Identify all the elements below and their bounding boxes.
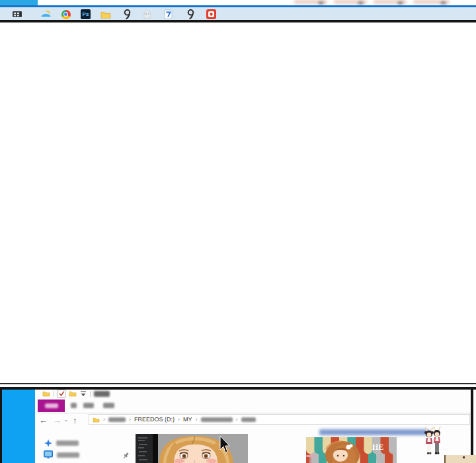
panel-divider-line <box>0 383 476 384</box>
blurred-breadcrumb-segment[interactable] <box>241 417 256 422</box>
blurred-breadcrumb-segment[interactable] <box>108 417 126 422</box>
ribbon-tab-blurred[interactable] <box>103 403 114 408</box>
blurred-blue-text <box>319 429 429 435</box>
blurred-cutoff-thumbnail <box>294 0 327 4</box>
file-explorer-window <box>35 390 471 463</box>
recent-locations-dropdown[interactable]: ⌄ <box>63 415 69 424</box>
folder-glyph <box>100 10 111 19</box>
swirl-app-icon-2[interactable] <box>185 9 196 19</box>
chibi-characters-sticker <box>420 426 444 455</box>
swirl-glyph <box>122 9 132 20</box>
quick-access-toolbar <box>42 390 110 398</box>
folder-icon[interactable] <box>69 390 77 397</box>
mouse-cursor <box>219 435 231 453</box>
breadcrumb-folder[interactable]: MY <box>183 416 192 423</box>
address-bar[interactable]: › › FREEDOS (D:) › MY › › <box>89 414 470 425</box>
breadcrumb-separator: › <box>178 416 180 423</box>
blurred-cutoff-thumbnail <box>374 0 407 4</box>
photoshop-glyph: Ps <box>81 9 91 19</box>
thumbnail-image-1[interactable] <box>136 434 248 463</box>
explorer-window-right-border <box>471 390 473 463</box>
blurred-nav-label <box>56 441 79 446</box>
breadcrumb-separator: › <box>103 416 105 423</box>
thumbnail2-title-text: HE <box>372 442 383 452</box>
photoshop-icon[interactable]: Ps <box>80 9 91 19</box>
blurred-nav-label <box>57 452 79 458</box>
ghost-glyph <box>142 9 153 19</box>
blurred-window-title <box>94 391 110 397</box>
red-app-icon[interactable] <box>206 9 217 19</box>
up-button[interactable]: ↑ <box>73 416 77 425</box>
blurred-tab-label <box>45 403 58 408</box>
breadcrumb-separator: › <box>129 416 131 423</box>
cutoff-image-detail <box>463 456 465 458</box>
breadcrumb-drive[interactable]: FREEDOS (D:) <box>134 416 175 423</box>
document-glyph <box>163 9 173 20</box>
folder-icon[interactable] <box>42 390 50 397</box>
customize-toolbar-dropdown-icon[interactable] <box>80 391 87 397</box>
back-button[interactable]: ← <box>39 416 48 425</box>
screen: Ps <box>0 0 476 463</box>
ribbon-tab-blurred[interactable] <box>83 403 94 408</box>
red-app-glyph <box>206 9 216 19</box>
folder-icon <box>93 417 100 423</box>
blurred-breadcrumb-segment[interactable] <box>201 417 233 422</box>
blurred-cutoff-thumbnail <box>413 0 450 4</box>
quick-access-star-icon <box>44 439 52 447</box>
thumbnail-image-2[interactable]: HE <box>306 437 397 463</box>
desktop-icon <box>44 450 53 459</box>
breadcrumb-separator: › <box>196 416 198 423</box>
ribbon-underline <box>35 413 471 413</box>
film-app-icon[interactable] <box>11 9 22 19</box>
taskbar-bottom-border <box>0 20 476 22</box>
toolbar-separator <box>54 391 54 397</box>
ghost-app-icon[interactable] <box>141 9 153 19</box>
swirl-app-icon[interactable] <box>122 9 133 19</box>
folder-icon[interactable] <box>100 9 111 19</box>
blurred-cutoff-thumbnail <box>334 0 367 4</box>
pin-icon[interactable] <box>122 452 130 460</box>
forward-button[interactable]: → <box>53 416 61 425</box>
chrome-glyph <box>61 10 71 19</box>
swirl-glyph <box>186 9 196 20</box>
toolbar-separator <box>90 391 91 397</box>
nav-item-quick-access[interactable] <box>44 439 79 447</box>
breadcrumb-separator: › <box>236 416 238 423</box>
chrome-browser-icon[interactable] <box>60 9 71 19</box>
ribbon-tab-blurred[interactable] <box>71 403 77 408</box>
cloud-app-icon[interactable] <box>40 9 52 19</box>
blue-side-panel <box>0 390 35 463</box>
blue-document-app-icon[interactable] <box>163 9 174 19</box>
cutoff-image-corner <box>444 455 476 463</box>
film-glyph <box>12 9 22 19</box>
cloud-glyph <box>40 10 52 19</box>
ribbon-tab-file[interactable] <box>38 400 65 412</box>
checkbox-icon[interactable] <box>58 390 65 398</box>
taskbar: Ps <box>0 7 476 20</box>
nav-item-desktop[interactable] <box>44 450 79 459</box>
